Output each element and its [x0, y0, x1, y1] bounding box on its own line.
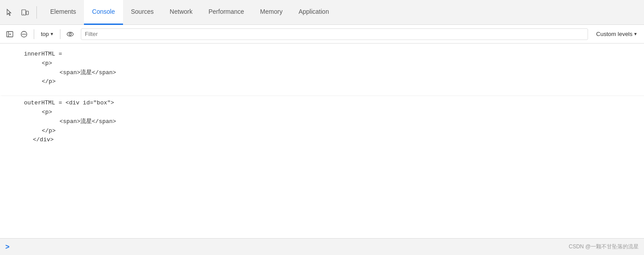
prompt-area: > — [5, 243, 9, 251]
cursor-icon — [6, 8, 14, 16]
filter-input[interactable] — [81, 28, 588, 40]
log-line: <p> — [24, 108, 637, 117]
log-spacer — [0, 89, 644, 96]
log-line: <span>流星</span> — [24, 117, 637, 127]
toolbar-separator-2 — [60, 29, 60, 39]
sidebar-toggle-button[interactable] — [4, 28, 16, 40]
sidebar-toggle-icon — [6, 31, 13, 38]
bottom-bar: > CSDN @一颗不甘坠落的流星 — [0, 238, 644, 255]
svg-marker-5 — [10, 33, 12, 35]
tab-elements[interactable]: Elements — [42, 0, 84, 25]
log-line: innerHTML = — [24, 50, 637, 59]
context-selector[interactable]: top ▾ — [38, 29, 56, 39]
log-line: <p> — [24, 59, 637, 68]
cursor-tool-button[interactable] — [4, 6, 16, 19]
eye-icon — [66, 30, 74, 38]
tab-performance[interactable]: Performance — [200, 0, 252, 25]
clear-icon — [20, 31, 28, 38]
svg-rect-1 — [26, 11, 28, 15]
tab-memory[interactable]: Memory — [252, 0, 291, 25]
log-block-outerHTML: outerHTML = <div id="box"> <p> <span>流星<… — [0, 96, 644, 147]
device-toggle-button[interactable] — [19, 6, 31, 19]
log-levels-arrow-icon: ▾ — [634, 31, 637, 37]
tab-application[interactable]: Application — [290, 0, 337, 25]
log-line: </div> — [24, 135, 637, 145]
log-levels-dropdown[interactable]: Custom levels ▾ — [592, 30, 640, 38]
svg-point-8 — [67, 32, 73, 36]
context-label: top — [41, 31, 49, 37]
log-line: </p> — [24, 127, 637, 136]
device-icon — [21, 8, 29, 16]
console-output: innerHTML = <p> <span>流星</span> </p> out… — [0, 44, 644, 238]
prompt-arrow-icon: > — [5, 243, 9, 251]
console-toolbar: top ▾ Custom levels ▾ — [0, 25, 644, 44]
svg-point-9 — [69, 33, 72, 35]
log-line: </p> — [24, 77, 637, 87]
tab-network[interactable]: Network — [162, 0, 200, 25]
log-line: <span>流星</span> — [24, 68, 637, 78]
context-arrow-icon: ▾ — [51, 31, 53, 37]
log-block-innerHTML: innerHTML = <p> <span>流星</span> </p> — [0, 47, 644, 89]
tab-console[interactable]: Console — [84, 0, 123, 25]
clear-console-button[interactable] — [18, 28, 30, 40]
log-levels-label: Custom levels — [596, 31, 632, 37]
watermark-text: CSDN @一颗不甘坠落的流星 — [568, 243, 639, 251]
log-line: outerHTML = <div id="box"> — [24, 99, 637, 108]
tab-bar: Elements Console Sources Network Perform… — [0, 0, 644, 25]
toolbar-separator-1 — [34, 29, 34, 39]
live-expressions-button[interactable] — [64, 28, 76, 40]
devtools-icons — [4, 6, 37, 19]
tab-sources[interactable]: Sources — [123, 0, 162, 25]
